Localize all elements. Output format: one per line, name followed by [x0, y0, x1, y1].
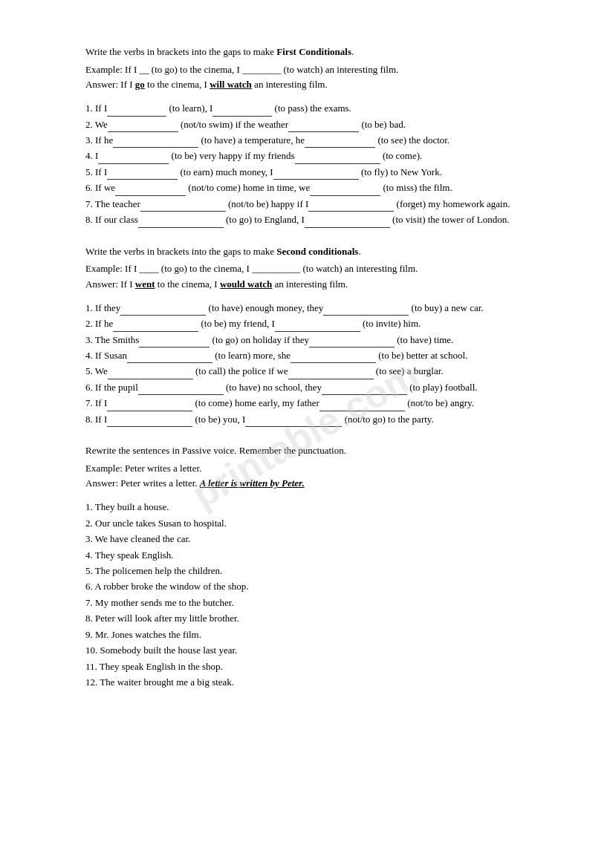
blank [322, 385, 407, 395]
passive-list: 1. They built a house. 2. Our uncle take… [85, 499, 525, 690]
section1-exercises: 1. If I (to learn), I (to pass) the exam… [85, 100, 525, 228]
section-first-conditionals: Write the verbs in brackets into the gap… [85, 45, 525, 228]
blank [305, 218, 390, 228]
exercise-item: 8. If our class (to go) to England, I (t… [85, 212, 525, 227]
section2-instruction-text: Write the verbs in brackets into the gap… [85, 246, 276, 257]
exercise-item: 1. If they (to have) enough money, they … [85, 300, 525, 316]
passive-item: 5. The policemen help the children. [85, 563, 525, 578]
section3-answer-italic: A letter is written by Peter. [200, 477, 305, 489]
passive-item: 11. They speak English in the shop. [85, 659, 525, 674]
exercise-item: 2. If he (to be) my friend, I (to invite… [85, 316, 525, 331]
section2-instruction: Write the verbs in brackets into the gap… [85, 244, 525, 259]
section2-answer-would-watch: would watch [220, 278, 272, 290]
section-second-conditionals: Write the verbs in brackets into the gap… [85, 244, 525, 428]
blank [319, 401, 405, 411]
passive-item: 6. A robber broke the window of the shop… [85, 578, 525, 594]
section1-example-label: Example: [85, 64, 125, 75]
section3-example-label: Example: [85, 463, 125, 474]
section2-answer: Answer: If I went to the cinema, I would… [85, 277, 525, 293]
blank [310, 186, 380, 196]
section2-example: Example: If I ____ (to go) to the cinema… [85, 261, 525, 277]
section2-instruction-bold: Second conditionals [276, 246, 358, 257]
exercise-item: 4. I (to be) very happy if my friends (t… [85, 148, 525, 163]
exercise-item: 7. The teacher (not/to be) happy if I (f… [85, 196, 525, 212]
exercise-item: 5. We (to call) the police if we (to see… [85, 363, 525, 379]
section2-exercises: 1. If they (to have) enough money, they … [85, 300, 525, 428]
blank [291, 353, 376, 363]
exercise-item: 1. If I (to learn), I (to pass) the exam… [85, 100, 525, 116]
section2-example-text: If I ____ (to go) to the cinema, I _____… [125, 263, 418, 274]
blank [245, 417, 342, 427]
section-passive-voice: Rewrite the sentences in Passive voice. … [85, 443, 525, 690]
blank [288, 122, 359, 132]
exercise-item: 5. If I (to earn) much money, I (to fly)… [85, 164, 525, 180]
passive-item: 3. We have cleaned the car. [85, 531, 525, 546]
blank [275, 322, 360, 332]
blank [138, 385, 224, 395]
blank [108, 122, 178, 132]
section1-instruction: Write the verbs in brackets into the gap… [85, 45, 525, 59]
blank [107, 401, 192, 411]
exercise-item: 3. If he (to have) a temperature, he (to… [85, 132, 525, 148]
exercise-item: 6. If we (not/to come) home in time, we … [85, 180, 525, 195]
section1-answer-end: an interesting film. [252, 79, 328, 90]
exercise-item: 6. If the pupil (to have) no school, the… [85, 379, 525, 395]
passive-item: 10. Somebody built the house last year. [85, 642, 525, 658]
page: printable.com Write the verbs in bracket… [0, 0, 610, 868]
blank [107, 169, 178, 180]
blank [107, 417, 192, 427]
section1-answer: Answer: If I go to the cinema, I will wa… [85, 77, 525, 93]
blank [309, 337, 395, 347]
blank [323, 305, 409, 316]
blank [273, 169, 359, 180]
section3-example: Example: Peter writes a letter. [85, 461, 525, 477]
section1-answer-will-watch: will watch [210, 79, 252, 90]
blank [288, 369, 374, 379]
blank [115, 186, 186, 196]
passive-item: 2. Our uncle takes Susan to hospital. [85, 515, 525, 531]
section1-answer-mid: to the cinema, I [145, 79, 210, 90]
exercise-item: 7. If I (to come) home early, my father … [85, 395, 525, 411]
section3-instruction-text: Rewrite the sentences in Passive voice. … [85, 445, 346, 456]
section2-answer-went: went [135, 278, 155, 290]
section1-example: Example: If I __ (to go) to the cinema, … [85, 62, 525, 78]
passive-item: 9. Mr. Jones watches the film. [85, 627, 525, 642]
section2-answer-end: an interesting film. [272, 278, 348, 290]
passive-item: 7. My mother sends me to the butcher. [85, 595, 525, 610]
section3-answer-label: Answer: [85, 477, 120, 489]
section3-answer: Answer: Peter writes a letter. A letter … [85, 476, 525, 492]
section3-instruction: Rewrite the sentences in Passive voice. … [85, 443, 525, 458]
passive-item: 1. They built a house. [85, 499, 525, 515]
section1-instruction-bold: First Conditionals [276, 46, 351, 57]
blank [305, 137, 375, 148]
exercise-item: 2. We (not/to swim) if the weather (to b… [85, 117, 525, 132]
section2-answer-mid: to the cinema, I [155, 278, 220, 290]
section2-instruction-end: . [358, 246, 360, 257]
exercise-item: 3. The Smiths (to go) on holiday if they… [85, 332, 525, 347]
section1-answer-prefix: If I [120, 79, 135, 90]
exercise-item: 8. If I (to be) you, I (not/to go) to th… [85, 411, 525, 427]
section1-answer-label: Answer: [85, 79, 120, 90]
blank [107, 106, 166, 117]
blank [308, 201, 394, 212]
blank [138, 218, 224, 228]
section3-example-text: Peter writes a letter. [125, 463, 201, 474]
blank [139, 337, 210, 347]
section1-answer-go: go [135, 79, 145, 90]
section3-answer-prefix: Peter writes a letter. [120, 477, 200, 489]
blank [120, 305, 206, 316]
section2-example-label: Example: [85, 263, 125, 274]
blank [127, 353, 212, 363]
passive-item: 8. Peter will look after my little broth… [85, 610, 525, 626]
section2-answer-label: Answer: [85, 278, 120, 290]
section1-instruction-text: Write the verbs in brackets into the gap… [85, 46, 276, 57]
section1-instruction-end: . [351, 46, 354, 57]
blank [98, 154, 169, 164]
blank [212, 106, 272, 117]
blank [295, 154, 380, 164]
blank [108, 369, 193, 379]
section2-answer-prefix: If I [120, 278, 135, 290]
passive-item: 12. The waiter brought me a big steak. [85, 674, 525, 690]
blank [113, 137, 198, 148]
exercise-item: 4. If Susan (to learn) more, she (to be)… [85, 347, 525, 363]
